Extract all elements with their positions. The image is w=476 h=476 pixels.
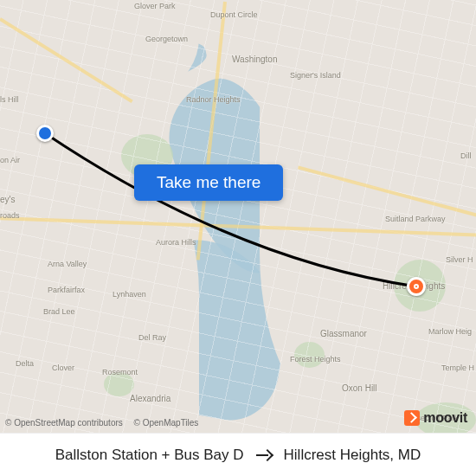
arrow-right-icon — [256, 449, 272, 461]
map-attribution: © OpenStreetMap contributors © OpenMapTi… — [5, 418, 207, 428]
attrib-osm[interactable]: © OpenStreetMap contributors — [5, 418, 123, 428]
map-background — [0, 0, 476, 433]
origin-label: Ballston Station + Bus Bay D — [55, 447, 244, 464]
moovit-logo[interactable]: moovit — [404, 410, 467, 426]
moovit-logo-icon — [404, 410, 420, 426]
take-me-there-button[interactable]: Take me there — [134, 164, 283, 201]
attrib-omt[interactable]: © OpenMapTiles — [134, 418, 199, 428]
origin-marker[interactable] — [36, 125, 54, 142]
map-canvas[interactable]: Dupont CircleGlover ParkGeorgetownWashin… — [0, 0, 476, 433]
route-map-card: Dupont CircleGlover ParkGeorgetownWashin… — [0, 0, 476, 476]
moovit-logo-text: moovit — [423, 410, 467, 426]
destination-label: Hillcrest Heights, MD — [284, 447, 421, 464]
route-summary-strip: Ballston Station + Bus Bay D Hillcrest H… — [0, 433, 476, 476]
destination-marker[interactable] — [407, 277, 426, 296]
